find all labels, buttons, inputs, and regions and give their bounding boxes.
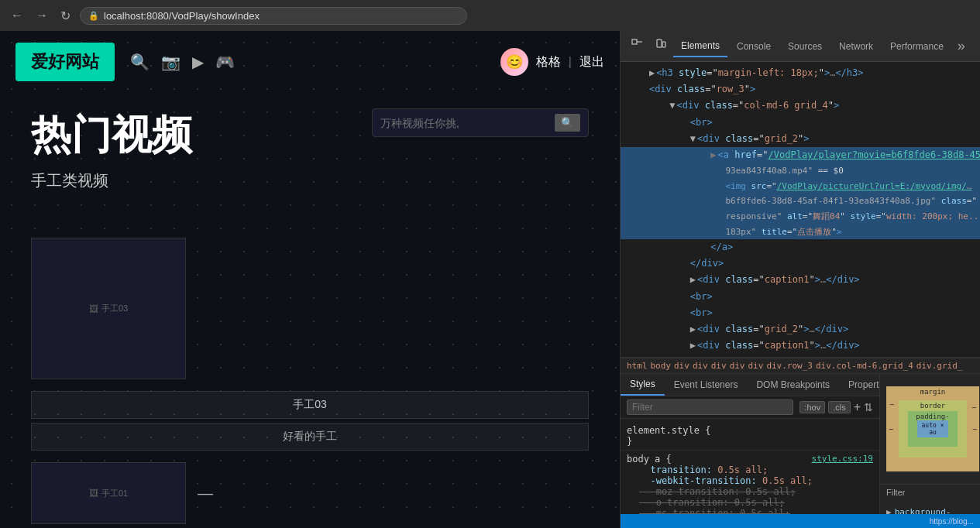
- style-prop-ms: -ms-transition: 0.5s all;: [627, 508, 873, 514]
- content-label: auto × au: [917, 422, 948, 436]
- dom-line-13: ▶<div class="grid_2">…</div>: [621, 321, 980, 338]
- category-section-2: 🖼 手工01 —: [0, 454, 620, 528]
- style-rule-body-a: body a { style.css:19 transition: 0.5s a…: [621, 451, 879, 514]
- search-bar: 🔍: [372, 108, 589, 137]
- game-icon[interactable]: 🎮: [215, 53, 235, 71]
- dom-line-6b: 93ea843f40a8.mp4" == $0: [621, 163, 980, 179]
- avatar: 😊: [500, 48, 528, 76]
- tab-sources[interactable]: Sources: [780, 36, 830, 57]
- tab-network[interactable]: Network: [831, 36, 881, 57]
- dom-line-1: ▶<h3 style="margin-left: 18px;">…</h3>: [621, 65, 980, 81]
- filter-add-button[interactable]: +: [851, 400, 864, 414]
- box-model-visual: margin − border − pa: [886, 386, 979, 471]
- caption-bar-1[interactable]: 手工03: [31, 391, 589, 419]
- svg-rect-0: [632, 39, 637, 44]
- dom-line-7c: responsive" alt="舞蹈04" style="width: 200…: [621, 209, 980, 225]
- dom-line-7: <img src="/VodPlay/pictureUrl?url=E:/myv…: [621, 179, 980, 194]
- box-dash-right: −: [972, 425, 977, 434]
- breadcrumb-div-row3[interactable]: div.row_3: [766, 361, 813, 371]
- status-bar: https://blog...: [621, 514, 980, 528]
- breadcrumb-div-1[interactable]: div: [674, 361, 689, 371]
- forward-button[interactable]: →: [33, 7, 51, 24]
- computed-prop-1[interactable]: ▶ background-at...: [886, 506, 974, 514]
- back-button[interactable]: ←: [8, 7, 26, 24]
- video-dash: —: [198, 462, 213, 524]
- tab-properties[interactable]: Properties: [839, 374, 879, 396]
- styles-filter-input[interactable]: [627, 399, 793, 415]
- style-close-element: }: [627, 436, 873, 447]
- dom-line-8: </a>: [621, 239, 980, 255]
- url-text: localhost:8080/VodPlay/showIndex: [104, 10, 260, 22]
- tab-dom-breakpoints[interactable]: DOM Breakpoints: [747, 374, 839, 396]
- website-hero: 热门视频 手工类视频 🔍: [0, 93, 620, 230]
- box-model-container: margin − border − pa: [880, 374, 980, 484]
- tab-elements[interactable]: Elements: [673, 36, 727, 57]
- video-thumb-1[interactable]: 🖼 手工03: [31, 238, 186, 379]
- dom-line-4: <br>: [621, 115, 980, 131]
- caption-bar-2[interactable]: 好看的手工: [31, 423, 589, 451]
- breadcrumb-div-2[interactable]: div: [693, 361, 708, 371]
- svg-rect-2: [657, 39, 662, 47]
- breadcrumb-html[interactable]: html: [627, 361, 648, 371]
- style-source-body-a[interactable]: style.css:19: [812, 454, 873, 464]
- filter-scroll-button[interactable]: ⇅: [864, 401, 873, 413]
- lock-icon: 🔒: [88, 11, 99, 21]
- breadcrumb-body[interactable]: body: [651, 361, 672, 371]
- dom-line-7b: b6f8fde6-38d8-45af-84f1-93ea843f40a8.jpg…: [621, 194, 980, 209]
- username-label: 格格: [536, 54, 561, 70]
- video-thumb-placeholder-1: 🖼 手工03: [32, 238, 185, 379]
- play-icon[interactable]: ▶: [192, 53, 204, 71]
- breadcrumb-div-4[interactable]: div: [730, 361, 745, 371]
- video-grid-2: 🖼 手工01 —: [31, 462, 589, 524]
- style-prop-transition: transition: 0.5s all;: [627, 465, 873, 475]
- address-bar[interactable]: 🔒 localhost:8080/VodPlay/showIndex: [80, 7, 467, 25]
- caption-text-2: 好看的手工: [283, 430, 337, 442]
- dash-icon: —: [198, 485, 213, 502]
- styles-tabs: Styles Event Listeners DOM Breakpoints P…: [621, 374, 879, 396]
- box-model-panel: margin − border − pa: [879, 374, 980, 514]
- browser-chrome: ← → ↻ 🔒 localhost:8080/VodPlay/showIndex: [0, 0, 980, 31]
- search-icon[interactable]: 🔍: [130, 53, 150, 71]
- breadcrumb-div-3[interactable]: div: [711, 361, 727, 371]
- reload-button[interactable]: ↻: [57, 7, 74, 25]
- computed-filter: Filter: [880, 484, 980, 503]
- status-url: https://blog...: [930, 517, 974, 526]
- style-prop-o: -o-transition: 0.5s all;: [627, 497, 873, 508]
- style-selector-element: element.style {: [627, 425, 873, 436]
- video-thumb-2[interactable]: 🖼 手工01: [31, 462, 186, 524]
- box-margin-dash-left: −: [889, 400, 894, 409]
- device-toolbar-button[interactable]: [650, 36, 672, 57]
- breadcrumb-div-5[interactable]: div: [748, 361, 764, 371]
- search-input[interactable]: [380, 117, 548, 129]
- tab-performance[interactable]: Performance: [882, 36, 951, 57]
- site-logo[interactable]: 爱好网站: [15, 43, 115, 81]
- dom-line-14: ▶<div class="caption1">…</div>: [621, 338, 980, 354]
- search-submit-button[interactable]: 🔍: [555, 114, 580, 132]
- camera-icon[interactable]: 📷: [161, 53, 181, 71]
- dom-line-10: ▶<div class="caption1">…</div>: [621, 272, 980, 288]
- dom-line-11: <br>: [621, 289, 980, 305]
- devtools-panel: Elements Console Sources Network Perform…: [620, 31, 980, 528]
- video-thumb-placeholder-2: 🖼 手工01: [32, 463, 185, 523]
- more-tabs-button[interactable]: »: [953, 38, 970, 54]
- styles-filter-bar: :hov .cls + ⇅: [621, 396, 879, 419]
- tab-styles[interactable]: Styles: [621, 374, 665, 396]
- caption-text-1: 手工03: [293, 398, 327, 410]
- styles-left: Styles Event Listeners DOM Breakpoints P…: [621, 374, 879, 514]
- devtools-toolbar: Elements Console Sources Network Perform…: [621, 31, 980, 62]
- inspect-element-button[interactable]: [627, 36, 648, 57]
- style-rule-element: element.style { }: [621, 422, 879, 451]
- filter-cls-button[interactable]: .cls: [828, 401, 851, 413]
- header-icons: 🔍 📷 ▶ 🎮: [130, 53, 235, 71]
- style-selector-body-a: body a { style.css:19: [627, 454, 873, 465]
- tab-console[interactable]: Console: [729, 36, 779, 57]
- styles-content: element.style { } body a { style.css:19: [621, 419, 879, 514]
- broken-img-icon: 🖼: [89, 303, 98, 314]
- breadcrumb-div-col[interactable]: div.col-md-6.grid_4: [816, 361, 913, 371]
- filter-hov-button[interactable]: :hov: [799, 401, 825, 413]
- tab-event-listeners[interactable]: Event Listeners: [665, 374, 748, 396]
- separator: |: [569, 55, 572, 69]
- breadcrumb-div-grid[interactable]: div.grid_: [916, 361, 963, 371]
- logout-button[interactable]: 退出: [579, 54, 604, 70]
- box-content-layer: auto × au: [917, 420, 948, 437]
